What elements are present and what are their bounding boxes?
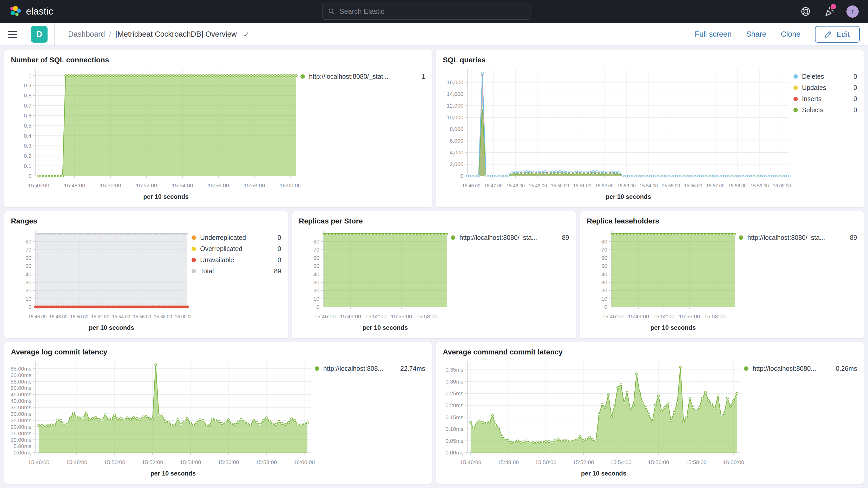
legend-item[interactable]: http://localhost:8080/_stat...1 bbox=[301, 72, 425, 80]
legend-item[interactable]: Updates0 bbox=[794, 84, 857, 91]
svg-text:15:54:00: 15:54:00 bbox=[112, 314, 130, 319]
svg-text:15:58:00: 15:58:00 bbox=[416, 313, 438, 319]
svg-text:0.8: 0.8 bbox=[24, 92, 31, 98]
svg-text:15:48:00: 15:48:00 bbox=[66, 459, 87, 465]
svg-text:per 10 seconds: per 10 seconds bbox=[151, 470, 196, 477]
legend-item[interactable]: http://localhost:8080...0.26ms bbox=[744, 365, 857, 372]
svg-text:60.00ms: 60.00ms bbox=[11, 372, 31, 378]
panel-title-ranges[interactable]: Ranges bbox=[11, 217, 281, 225]
svg-text:15:49:00: 15:49:00 bbox=[628, 313, 649, 319]
legend-label: Deletes bbox=[802, 73, 824, 80]
breadcrumb: Dashboard / [Metricbeat CockroachDB] Ove… bbox=[68, 30, 249, 38]
svg-text:40: 40 bbox=[26, 271, 31, 277]
panel-title-replica-leaseholders[interactable]: Replica leaseholders bbox=[587, 217, 857, 225]
global-search[interactable] bbox=[322, 3, 530, 20]
legend-label: Unavailable bbox=[200, 256, 234, 264]
panel-title-sql-queries[interactable]: SQL queries bbox=[443, 56, 857, 64]
panel-replica-leaseholders: Replica leaseholders0102030405060708015:… bbox=[580, 211, 864, 338]
sql-connections-chart[interactable]: 00.10.20.30.40.50.60.70.80.9115:46:0015:… bbox=[11, 66, 301, 202]
help-icon[interactable] bbox=[800, 5, 812, 18]
legend-label: Underreplicated bbox=[200, 234, 246, 241]
legend-item[interactable]: http://localhost:8080/_sta...89 bbox=[451, 234, 569, 241]
svg-text:15:48:00: 15:48:00 bbox=[49, 314, 67, 319]
menu-icon[interactable] bbox=[8, 31, 17, 38]
svg-text:40: 40 bbox=[313, 271, 319, 277]
svg-text:50.00ms: 50.00ms bbox=[11, 385, 31, 391]
legend-item[interactable]: Inserts0 bbox=[794, 95, 857, 103]
legend-value: 0 bbox=[270, 256, 281, 264]
legend-value: 89 bbox=[270, 267, 281, 275]
brand-text: elastic bbox=[26, 6, 54, 17]
svg-text:15:50:00: 15:50:00 bbox=[104, 459, 125, 465]
space-badge[interactable]: D bbox=[31, 26, 48, 42]
svg-text:15:55:00: 15:55:00 bbox=[662, 183, 680, 188]
panel-sql-connections: Number of SQL connections00.10.20.30.40.… bbox=[4, 50, 432, 207]
breadcrumb-dashboard-link[interactable]: Dashboard bbox=[68, 30, 105, 38]
panel-ranges: Ranges0102030405060708015:46:0015:48:001… bbox=[4, 211, 288, 338]
avg-log-commit-latency-chart[interactable]: 0.00ms5.00ms10.00ms15.00ms20.00ms25.00ms… bbox=[11, 358, 315, 478]
user-avatar[interactable]: r bbox=[846, 5, 859, 18]
svg-text:30: 30 bbox=[601, 279, 607, 285]
elastic-logo[interactable]: elastic bbox=[9, 5, 54, 18]
news-icon[interactable] bbox=[823, 5, 835, 18]
panel-replicas-per-store: Replicas per Store0102030405060708015:46… bbox=[292, 211, 576, 338]
svg-text:15:56:00: 15:56:00 bbox=[218, 459, 239, 465]
svg-text:15:55:00: 15:55:00 bbox=[679, 313, 700, 319]
svg-text:70: 70 bbox=[313, 247, 319, 252]
svg-text:16:00:00: 16:00:00 bbox=[280, 182, 301, 188]
chart-wrap: 0102030405060708015:46:0015:49:0015:52:0… bbox=[587, 227, 857, 332]
legend-value: 1 bbox=[414, 73, 425, 80]
legend-item[interactable]: Underreplicated0 bbox=[191, 234, 281, 241]
svg-text:15:54:00: 15:54:00 bbox=[180, 459, 201, 465]
panel-title-avg-log-commit-latency[interactable]: Average log commit latency bbox=[11, 348, 425, 356]
top-nav: elastic bbox=[0, 0, 868, 23]
legend-item[interactable]: Overreplicated0 bbox=[191, 245, 281, 252]
replicas-per-store-chart[interactable]: 0102030405060708015:46:0015:49:0015:52:0… bbox=[299, 227, 451, 332]
full-screen-button[interactable]: Full screen bbox=[695, 30, 732, 38]
legend-item[interactable]: Unavailable0 bbox=[191, 256, 281, 264]
share-button[interactable]: Share bbox=[746, 30, 766, 38]
sql-queries-chart[interactable]: 02,0004,0006,0008,00010,00012,00014,0001… bbox=[443, 66, 794, 202]
svg-text:0.5: 0.5 bbox=[24, 123, 31, 129]
legend: Underreplicated0Overreplicated0Unavailab… bbox=[191, 227, 281, 332]
ranges-chart[interactable]: 0102030405060708015:46:0015:48:0015:50:0… bbox=[11, 227, 191, 332]
svg-text:20: 20 bbox=[26, 287, 31, 293]
svg-text:0.30ms: 0.30ms bbox=[445, 378, 463, 385]
replica-leaseholders-chart[interactable]: 0102030405060708015:46:0015:49:0015:52:0… bbox=[587, 227, 739, 332]
legend-item[interactable]: Selects0 bbox=[794, 106, 857, 114]
panel-title-replicas-per-store[interactable]: Replicas per Store bbox=[299, 217, 569, 225]
legend-dot-icon bbox=[191, 258, 196, 262]
legend-value: 0 bbox=[270, 245, 281, 252]
svg-text:0.7: 0.7 bbox=[24, 103, 31, 109]
legend-label: Overreplicated bbox=[200, 245, 243, 252]
svg-text:15:53:00: 15:53:00 bbox=[618, 183, 636, 188]
svg-text:15:50:00: 15:50:00 bbox=[70, 314, 88, 319]
legend: http://localhost:8080/_sta...89 bbox=[739, 227, 857, 332]
avg-command-commit-latency-chart[interactable]: 0.00ms0.05ms0.10ms0.15ms0.20ms0.25ms0.30… bbox=[443, 358, 744, 478]
svg-text:15:56:00: 15:56:00 bbox=[648, 459, 669, 465]
edit-button[interactable]: Edit bbox=[815, 26, 860, 42]
legend-dot-icon bbox=[794, 86, 798, 90]
svg-text:6,000: 6,000 bbox=[450, 138, 463, 144]
svg-text:0: 0 bbox=[28, 304, 31, 310]
panel-title-sql-connections[interactable]: Number of SQL connections bbox=[11, 56, 425, 64]
legend-item[interactable]: http://localhost:8080/_sta...89 bbox=[739, 234, 857, 241]
chart-wrap: 0102030405060708015:46:0015:48:0015:50:0… bbox=[11, 227, 281, 332]
panel-title-avg-command-commit-latency[interactable]: Average command commit latency bbox=[443, 348, 857, 356]
svg-text:8,000: 8,000 bbox=[450, 126, 463, 132]
svg-text:4,000: 4,000 bbox=[450, 149, 463, 155]
chart-wrap: 00.10.20.30.40.50.60.70.80.9115:46:0015:… bbox=[11, 66, 425, 202]
page-title: [Metricbeat CockroachDB] Overview bbox=[115, 30, 237, 38]
legend-value: 0 bbox=[270, 234, 281, 241]
legend-item[interactable]: Total89 bbox=[191, 267, 281, 275]
svg-text:30.00ms: 30.00ms bbox=[11, 411, 31, 417]
svg-text:15:56:00: 15:56:00 bbox=[684, 183, 702, 188]
legend-item[interactable]: Deletes0 bbox=[794, 72, 857, 80]
svg-text:12,000: 12,000 bbox=[447, 103, 463, 109]
svg-text:80: 80 bbox=[601, 239, 607, 245]
clone-button[interactable]: Clone bbox=[781, 30, 801, 38]
legend: Deletes0Updates0Inserts0Selects0 bbox=[794, 66, 857, 202]
panel-avg-log-commit-latency: Average log commit latency0.00ms5.00ms10… bbox=[4, 342, 432, 484]
legend-item[interactable]: http://localhost:808...22.74ms bbox=[315, 365, 425, 372]
search-input[interactable] bbox=[339, 7, 525, 16]
